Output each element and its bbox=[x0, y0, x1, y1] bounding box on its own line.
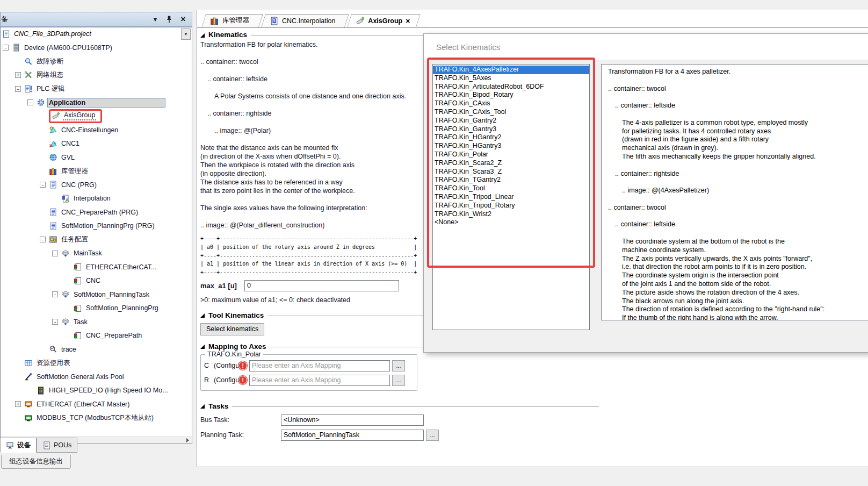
tree-item[interactable]: SoftMotion General Axis Pool bbox=[1, 370, 192, 384]
tree-item[interactable]: - Task bbox=[1, 315, 192, 329]
editor-tab[interactable]: 库管理器 bbox=[201, 14, 259, 27]
detail-line bbox=[608, 161, 868, 170]
kinematics-list-item[interactable]: TRAFO.Kin_TGantry2 bbox=[433, 176, 589, 184]
editor-tab[interactable]: CNC.Interpolation bbox=[261, 14, 345, 27]
section-collapse-icon[interactable] bbox=[200, 313, 205, 318]
axis-mapping-input[interactable] bbox=[249, 375, 390, 386]
tree-item-icon bbox=[61, 249, 70, 258]
tree-item-icon bbox=[49, 153, 57, 161]
tree-item[interactable]: - Application bbox=[1, 96, 192, 110]
kinematics-list-item[interactable]: TRAFO.Kin_Bipod_Rotary bbox=[433, 91, 589, 99]
kinematics-list-item[interactable]: TRAFO.Kin_4AxesPalletizer bbox=[433, 66, 589, 74]
select-kinematics-button[interactable]: Select kinematics bbox=[200, 323, 264, 335]
kinematics-list-item[interactable]: TRAFO.Kin_CAxis bbox=[433, 99, 589, 108]
kinematics-list-item[interactable]: TRAFO.Kin_Tripod_Rotary bbox=[433, 202, 589, 210]
tree-item[interactable]: SoftMotion_PlanningPrg (PRG) bbox=[1, 219, 192, 233]
tree-item[interactable]: CNC_PreparePath (PRG) bbox=[1, 205, 192, 219]
tree-item[interactable]: MODBUS_TCP (ModbusTCP本地从站) bbox=[1, 411, 192, 425]
tree-expander[interactable]: - bbox=[3, 45, 9, 51]
tree-expander[interactable]: - bbox=[15, 86, 21, 92]
tree-expander[interactable]: + bbox=[15, 401, 21, 407]
tree-expander[interactable]: - bbox=[52, 291, 58, 297]
kinematics-list-item[interactable]: TRAFO.Kin_HGantry3 bbox=[433, 142, 589, 151]
tab-close-icon[interactable]: × bbox=[406, 18, 410, 24]
tree-item[interactable]: G CNC1 bbox=[1, 137, 192, 151]
close-icon[interactable]: × bbox=[179, 15, 187, 24]
tree-item[interactable]: SoftMotion_PlanningPrg bbox=[1, 302, 192, 316]
chevron-down-icon[interactable]: ▼ bbox=[151, 15, 160, 24]
kinematics-list-item[interactable]: TRAFO.Kin_Polar bbox=[433, 151, 589, 159]
bus-task-input[interactable] bbox=[281, 414, 424, 426]
tree-item[interactable]: CNC-Einstellungen bbox=[1, 123, 192, 137]
tree-item[interactable]: 故障诊断 bbox=[1, 55, 192, 69]
planning-task-input[interactable] bbox=[281, 430, 424, 441]
panel-tab-icon bbox=[6, 441, 15, 449]
tree-item-icon bbox=[74, 263, 82, 271]
tree-item[interactable]: - CNC (PRG) bbox=[1, 178, 192, 192]
editor-tab[interactable]: AxisGroup × bbox=[347, 14, 416, 27]
device-panel-header[interactable]: 备 ▼ × bbox=[0, 12, 192, 27]
tree-item[interactable]: + 网络组态 bbox=[1, 68, 192, 82]
tree-item[interactable]: - 任务配置 bbox=[1, 233, 192, 247]
project-row[interactable]: CNC_File_3DPath.project ▼ bbox=[1, 27, 192, 41]
tree-item[interactable]: CNC_PreparePath bbox=[1, 329, 192, 343]
message-output-tab[interactable]: 组态设备信息输出 bbox=[1, 455, 71, 469]
detail-line: .. container:: leftside bbox=[608, 220, 868, 229]
detail-line bbox=[608, 76, 868, 85]
tree-item[interactable]: - SoftMotion_PlanningTask bbox=[1, 288, 192, 302]
section-collapse-icon[interactable] bbox=[200, 404, 205, 409]
browse-button[interactable]: ... bbox=[392, 375, 405, 386]
scroll-right-icon[interactable] bbox=[183, 437, 192, 444]
kinematics-list-item[interactable]: TRAFO.Kin_Scara2_Z bbox=[433, 159, 589, 168]
tree-item[interactable]: AxisGroup bbox=[1, 110, 192, 124]
panel-tab[interactable]: POUs bbox=[37, 438, 77, 453]
tree-item[interactable]: A Interpolation bbox=[1, 192, 192, 206]
tree-expander[interactable]: - bbox=[27, 99, 33, 105]
section-collapse-icon[interactable] bbox=[200, 345, 205, 349]
panel-tab[interactable]: 设备 bbox=[0, 438, 37, 453]
tree-item-label: CNC_PreparePath bbox=[85, 331, 143, 340]
axis-mapping-input[interactable] bbox=[249, 360, 390, 371]
kinematics-list-item[interactable]: TRAFO.Kin_Wrist2 bbox=[433, 210, 589, 219]
tree-item-label: SoftMotion_PlanningTask bbox=[73, 290, 150, 299]
section-collapse-icon[interactable] bbox=[200, 33, 205, 38]
kinematics-list-item[interactable]: TRAFO.Kin_HGantry2 bbox=[433, 133, 589, 142]
kinematics-list-item[interactable]: TRAFO.Kin_Gantry3 bbox=[433, 125, 589, 134]
tree-expander[interactable]: + bbox=[15, 72, 21, 78]
browse-button[interactable]: ... bbox=[392, 360, 405, 371]
max-a1-input[interactable] bbox=[244, 280, 399, 291]
browse-button[interactable]: ... bbox=[426, 430, 439, 441]
project-dropdown-button[interactable]: ▼ bbox=[181, 28, 191, 40]
kinematics-list-item[interactable]: <None> bbox=[433, 218, 589, 227]
tasks-section-header[interactable]: Tasks bbox=[200, 402, 599, 411]
tree-item[interactable]: + ETHERCAT (EtherCAT Master) bbox=[1, 397, 192, 411]
tree-item[interactable]: 资源使用表 bbox=[1, 356, 192, 370]
kinematics-list-item[interactable]: TRAFO.Kin_ArticulatedRobot_6DOF bbox=[433, 83, 589, 91]
tree-expander[interactable]: - bbox=[40, 237, 46, 242]
kinematics-list-item[interactable]: TRAFO.Kin_Scara3_Z bbox=[433, 168, 589, 176]
kinematics-list[interactable]: TRAFO.Kin_4AxesPalletizer TRAFO.Kin_5Axe… bbox=[432, 64, 590, 330]
error-icon: ! bbox=[238, 361, 247, 370]
tree-expander[interactable]: - bbox=[52, 319, 58, 325]
kinematics-list-item[interactable]: TRAFO.Kin_Tool bbox=[433, 184, 589, 193]
tree-item[interactable]: CNC bbox=[1, 274, 192, 288]
kinematics-list-item[interactable]: TRAFO.Kin_5Axes bbox=[433, 74, 589, 83]
tree-expander[interactable]: - bbox=[52, 251, 58, 256]
tree-item[interactable]: - MainTask bbox=[1, 247, 192, 261]
tree-item[interactable]: 库管理器 bbox=[1, 165, 192, 178]
tree-item[interactable]: - Device (AM600-CPU1608TP) bbox=[1, 41, 192, 55]
tree-item[interactable]: GVL bbox=[1, 151, 192, 165]
dialog-titlebar[interactable]: Select Kinematics bbox=[424, 34, 868, 60]
kinematics-list-item[interactable]: TRAFO.Kin_Gantry2 bbox=[433, 117, 589, 125]
detail-line: The coordinate system at the bottom of t… bbox=[608, 238, 868, 246]
device-tree: CNC_File_3DPath.project ▼ - Device (AM60… bbox=[0, 27, 192, 444]
tree-item[interactable]: HIGH_SPEED_IO (High Speed IO Mo... bbox=[1, 384, 192, 398]
tree-item[interactable]: ETHERCAT.EtherCAT... bbox=[1, 260, 192, 274]
pin-icon[interactable] bbox=[165, 15, 173, 24]
tree-item[interactable]: trace bbox=[1, 342, 192, 356]
tree-expander[interactable]: - bbox=[40, 182, 46, 188]
tree-item[interactable]: - PLC 逻辑 bbox=[1, 82, 192, 96]
kinematics-list-item[interactable]: TRAFO.Kin_Tripod_Linear bbox=[433, 193, 589, 202]
tree-item-icon bbox=[74, 277, 82, 285]
kinematics-list-item[interactable]: TRAFO.Kin_CAxis_Tool bbox=[433, 108, 589, 117]
